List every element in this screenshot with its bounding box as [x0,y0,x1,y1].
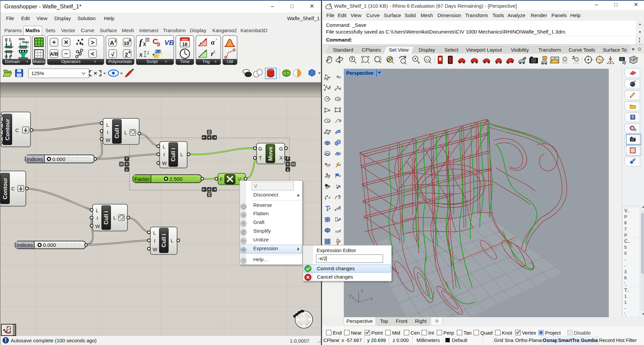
svg-text:6: 6 [331,7,333,10]
svg-text:c: c [214,50,215,53]
svg-text:T..: T.. [624,287,629,293]
svg-text:?: ? [242,259,245,264]
svg-text:1:1: 1:1 [425,58,430,61]
svg-text:✕: ✕ [64,39,68,46]
svg-text:Cull i: Cull i [161,234,167,247]
svg-text:P: P [624,233,627,238]
svg-text:6: 6 [624,275,627,280]
svg-text:A/B: A/B [50,51,58,57]
svg-text:L: L [113,215,116,221]
svg-text:Move: Move [267,147,273,161]
svg-text:W: W [162,160,167,166]
svg-text:I: I [107,129,108,135]
svg-text:-: - [624,257,626,262]
svg-text:G: G [258,146,262,152]
svg-text:<: < [91,51,95,57]
svg-text:C: C [15,127,19,133]
svg-text:I: I [97,215,98,221]
svg-text:A: A [128,50,130,54]
svg-text:max: max [22,40,29,44]
svg-text:NOV: NOV [182,38,188,41]
svg-text:I: I [154,238,155,243]
svg-text:5: 5 [624,245,627,250]
svg-text:+: + [52,39,56,46]
svg-text:0 1: 0 1 [5,55,11,59]
svg-text:–: – [64,50,68,57]
svg-text:',: ', [624,281,626,286]
svg-text:T: T [259,155,262,161]
svg-text:0.000: 0.000 [52,156,65,162]
svg-text:Factor: Factor [135,176,149,182]
svg-text:G: G [279,146,283,152]
svg-text:3: 3 [624,269,627,274]
svg-text:Cull i: Cull i [170,148,176,161]
svg-text:Contour: Contour [2,178,8,199]
svg-text:z: z [361,288,363,293]
svg-text:0: 0 [624,251,627,256]
svg-text:Contour: Contour [4,119,10,140]
svg-text:L: L [96,208,99,213]
svg-text:7: 7 [624,227,627,232]
svg-text:Cull i: Cull i [103,211,109,224]
svg-text:Indices: Indices [26,156,43,162]
svg-text:F: F [220,176,223,182]
svg-text:2: 2 [125,52,128,58]
svg-text:2: 2 [147,50,149,55]
svg-text:°: ° [216,38,217,42]
svg-text:r: r [211,50,214,57]
svg-text:f: f [139,38,143,47]
svg-text:-: - [624,306,626,311]
svg-text:1: 1 [624,294,627,299]
svg-text:L: L [106,122,109,128]
svg-text:P: P [624,214,627,219]
svg-text:2.500: 2.500 [169,176,182,182]
svg-text:V..: V.. [624,208,630,213]
svg-text:Cull i: Cull i [114,125,120,138]
svg-text:0.000: 0.000 [43,242,56,248]
svg-text:0 1: 0 1 [5,37,11,42]
svg-text:16: 16 [182,42,187,47]
svg-text:W: W [153,246,158,252]
svg-text:L: L [180,152,183,157]
svg-text:Indices: Indices [16,242,33,248]
svg-text:2: 2 [114,39,116,43]
svg-text:C: C [11,186,15,191]
svg-text:W: W [95,223,100,229]
svg-text:L: L [163,144,165,150]
svg-text:L: L [171,238,173,243]
svg-text:L: L [124,130,127,135]
svg-text:#: # [157,41,160,48]
svg-text:>: > [91,39,95,46]
svg-text:A: A [110,40,114,46]
svg-text:I: I [163,152,165,157]
svg-text:125%: 125% [31,70,44,76]
svg-text:x: x [139,51,143,58]
svg-text:X: X [279,155,283,161]
svg-text:W: W [106,137,111,143]
svg-text:2: 2 [572,55,575,60]
svg-text:L: L [153,230,156,236]
svg-text:C..: C.. [624,238,630,244]
svg-text:-: - [624,263,626,268]
svg-text:1: 1 [624,300,627,305]
svg-text:VB: VB [164,39,173,46]
svg-text:√: √ [111,51,114,58]
svg-text:x: x [370,296,373,301]
svg-text:A: A [128,39,131,42]
svg-text:?: ? [632,115,634,120]
svg-text:Perspective: Perspective [346,70,373,76]
svg-text:',: ', [624,312,626,317]
svg-text:8: 8 [624,220,627,225]
svg-text:α: α [211,39,215,46]
svg-text:y: y [349,293,352,298]
